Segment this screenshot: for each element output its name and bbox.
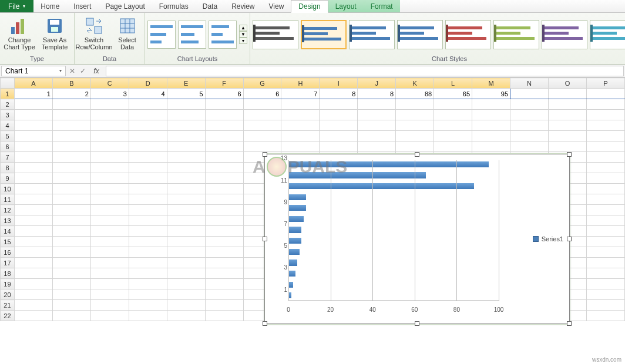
cell-E19[interactable] — [167, 279, 205, 289]
row-header-21[interactable]: 21 — [1, 300, 15, 311]
row-header-18[interactable]: 18 — [1, 268, 15, 279]
resize-handle-bl[interactable] — [263, 321, 267, 326]
cell-B12[interactable] — [52, 205, 90, 215]
cell-A4[interactable] — [14, 120, 52, 131]
cell-G5[interactable] — [243, 131, 281, 141]
tab-design[interactable]: Design — [291, 0, 328, 13]
cell-D22[interactable] — [129, 311, 167, 321]
cell-H3[interactable] — [281, 110, 320, 120]
cell-P19[interactable] — [586, 279, 624, 289]
style-thumb-2[interactable] — [301, 20, 347, 49]
enter-icon[interactable]: ✓ — [78, 67, 88, 75]
cell-P3[interactable] — [586, 110, 624, 120]
cell-O6[interactable] — [548, 141, 586, 152]
cell-A5[interactable] — [14, 131, 52, 141]
layout-thumb-2[interactable] — [178, 21, 206, 49]
cell-B14[interactable] — [52, 226, 90, 237]
resize-handle-r[interactable] — [567, 237, 572, 241]
cell-B15[interactable] — [52, 237, 90, 247]
cell-H5[interactable] — [281, 131, 320, 141]
cell-P21[interactable] — [586, 300, 624, 311]
resize-handle-l[interactable] — [263, 237, 267, 241]
switch-row-column-button[interactable]: Switch Row/Column — [77, 15, 111, 54]
cell-F19[interactable] — [205, 279, 243, 289]
cell-B9[interactable] — [52, 173, 90, 184]
cell-E11[interactable] — [167, 194, 205, 205]
cell-O2[interactable] — [548, 99, 586, 110]
cell-C20[interactable] — [90, 289, 129, 300]
cell-L2[interactable] — [434, 99, 472, 110]
cell-C2[interactable] — [90, 99, 129, 110]
cell-B18[interactable] — [52, 268, 90, 279]
cell-C6[interactable] — [90, 141, 129, 152]
cell-C8[interactable] — [90, 163, 129, 173]
cell-F22[interactable] — [205, 311, 243, 321]
layout-thumb-3[interactable] — [209, 21, 237, 49]
cell-C12[interactable] — [90, 205, 129, 215]
cell-E4[interactable] — [167, 120, 205, 131]
col-header-L[interactable]: L — [434, 78, 472, 89]
style-thumb-6[interactable] — [493, 20, 539, 49]
cell-K3[interactable] — [396, 110, 434, 120]
cell-C22[interactable] — [90, 311, 129, 321]
cell-D8[interactable] — [129, 163, 167, 173]
formula-input[interactable] — [106, 66, 624, 76]
cell-D14[interactable] — [129, 226, 167, 237]
change-chart-type-button[interactable]: Change Chart Type — [2, 15, 36, 54]
cell-E20[interactable] — [167, 289, 205, 300]
cell-P18[interactable] — [586, 268, 624, 279]
spreadsheet-grid[interactable]: ABCDEFGHIJKLMNOP112345667888865952345678… — [0, 77, 625, 364]
cell-G2[interactable] — [243, 99, 281, 110]
cell-J2[interactable] — [358, 99, 396, 110]
cell-P2[interactable] — [586, 99, 624, 110]
cell-C16[interactable] — [90, 247, 129, 258]
row-header-6[interactable]: 6 — [1, 141, 15, 152]
col-header-C[interactable]: C — [90, 78, 129, 89]
col-header-H[interactable]: H — [281, 78, 320, 89]
cell-I6[interactable] — [320, 141, 358, 152]
cell-D18[interactable] — [129, 268, 167, 279]
cell-C11[interactable] — [90, 194, 129, 205]
cell-D2[interactable] — [129, 99, 167, 110]
cell-D13[interactable] — [129, 215, 167, 226]
cell-A21[interactable] — [14, 300, 52, 311]
col-header-M[interactable]: M — [472, 78, 510, 89]
cell-A17[interactable] — [14, 258, 52, 268]
col-header-K[interactable]: K — [396, 78, 434, 89]
cell-B8[interactable] — [52, 163, 90, 173]
row-header-12[interactable]: 12 — [1, 205, 15, 215]
cell-A18[interactable] — [14, 268, 52, 279]
cell-D21[interactable] — [129, 300, 167, 311]
cell-D4[interactable] — [129, 120, 167, 131]
cell-A9[interactable] — [14, 173, 52, 184]
cell-B21[interactable] — [52, 300, 90, 311]
cell-P7[interactable] — [586, 152, 624, 163]
cell-B19[interactable] — [52, 279, 90, 289]
cell-L5[interactable] — [434, 131, 472, 141]
cell-C15[interactable] — [90, 237, 129, 247]
cell-P6[interactable] — [586, 141, 624, 152]
cell-N2[interactable] — [510, 99, 549, 110]
cell-D5[interactable] — [129, 131, 167, 141]
cell-N5[interactable] — [510, 131, 549, 141]
cell-M4[interactable] — [472, 120, 510, 131]
col-header-I[interactable]: I — [320, 78, 358, 89]
cell-B5[interactable] — [52, 131, 90, 141]
cell-A8[interactable] — [14, 163, 52, 173]
cell-P1[interactable] — [586, 89, 624, 99]
tab-view[interactable]: View — [262, 0, 291, 12]
cell-A12[interactable] — [14, 205, 52, 215]
cell-F21[interactable] — [205, 300, 243, 311]
embedded-chart[interactable]: Series1 020406080100135791113 — [264, 154, 570, 324]
cell-A19[interactable] — [14, 279, 52, 289]
row-header-8[interactable]: 8 — [1, 163, 15, 173]
tab-format[interactable]: Format — [364, 0, 400, 12]
cell-D15[interactable] — [129, 237, 167, 247]
layout-thumb-1[interactable] — [147, 21, 176, 49]
cell-I3[interactable] — [320, 110, 358, 120]
cell-O5[interactable] — [548, 131, 586, 141]
col-header-O[interactable]: O — [548, 78, 586, 89]
col-header-F[interactable]: F — [205, 78, 243, 89]
cell-G1[interactable]: 6 — [243, 89, 281, 99]
cell-E6[interactable] — [167, 141, 205, 152]
